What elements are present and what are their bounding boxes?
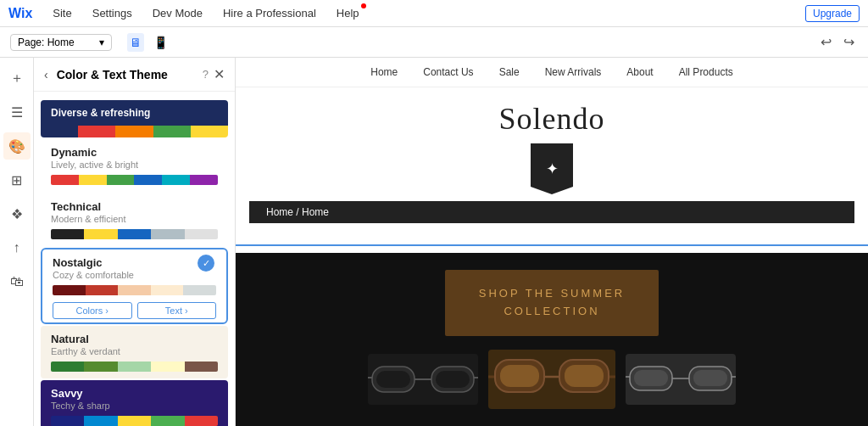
- sidebar-store-icon[interactable]: 🛍: [3, 268, 31, 295]
- panel-back-button[interactable]: ‹: [44, 68, 48, 81]
- theme-natural-desc: Earthy & verdant: [51, 346, 218, 356]
- nav-about[interactable]: About: [626, 66, 653, 78]
- upgrade-button[interactable]: Upgrade: [805, 5, 860, 22]
- svg-rect-6: [436, 371, 470, 388]
- color-swatch: [118, 362, 151, 372]
- color-swatch: [185, 362, 218, 372]
- theme-item-diverse[interactable]: Diverse & refreshing: [41, 100, 228, 137]
- page-selector[interactable]: Page: Home ▾: [10, 34, 112, 51]
- breadcrumb-text: Home / Home: [266, 206, 329, 218]
- top-menu-bar: Wix Site Settings Dev Mode Hire a Profes…: [0, 0, 868, 27]
- color-swatch: [153, 126, 191, 137]
- theme-savvy-desc: Techy & sharp: [51, 401, 218, 411]
- color-swatch: [118, 285, 151, 295]
- menu-hire[interactable]: Hire a Professional: [220, 5, 320, 21]
- redo-button[interactable]: ↪: [840, 32, 858, 52]
- color-swatch: [41, 126, 78, 137]
- selected-check-badge: ✓: [198, 255, 214, 272]
- theme-item-savvy[interactable]: Savvy Techy & sharp: [41, 380, 228, 426]
- sidebar-media-icon[interactable]: ↑: [3, 234, 31, 261]
- panel-header: ‹ Color & Text Theme ? ✕: [34, 58, 235, 92]
- theme-item-technical[interactable]: Technical Modern & efficient: [41, 193, 228, 246]
- svg-rect-12: [500, 365, 539, 387]
- help-notification-dot: [361, 3, 366, 8]
- theme-nostalgic-desc: Cozy & comfortable: [53, 270, 216, 280]
- color-swatch: [115, 126, 153, 137]
- colors-action-button[interactable]: Colors ›: [53, 302, 132, 319]
- color-swatch: [151, 229, 184, 239]
- website-preview: Home Contact Us Sale New Arrivals About …: [236, 58, 868, 426]
- left-sidebar: ＋ ☰ 🎨 ⊞ ❖ ↑ 🛍: [0, 58, 34, 426]
- color-swatch: [51, 229, 84, 239]
- sunglasses-row: [368, 350, 736, 409]
- text-action-button[interactable]: Text ›: [137, 302, 217, 319]
- nav-new-arrivals[interactable]: New Arrivals: [545, 66, 602, 78]
- color-swatch: [190, 175, 218, 185]
- color-swatch: [134, 175, 162, 185]
- wix-logo: Wix: [8, 6, 32, 21]
- color-swatch: [183, 285, 216, 295]
- theme-item-dynamic[interactable]: Dynamic Lively, active & bright: [41, 139, 228, 192]
- collection-banner: SHOP THE SUMMER COLLECTION: [445, 270, 659, 336]
- banner-line2: COLLECTION: [504, 305, 599, 317]
- panel-title: Color & Text Theme: [57, 68, 198, 81]
- color-swatch: [151, 285, 184, 295]
- sunglasses-silver: [626, 354, 736, 405]
- menu-devmode[interactable]: Dev Mode: [149, 5, 206, 21]
- color-swatch: [118, 416, 151, 426]
- breadcrumb-bar: Home / Home: [249, 201, 854, 223]
- color-swatch: [84, 362, 117, 372]
- sidebar-components-icon[interactable]: ❖: [3, 200, 31, 227]
- site-badge: ✦: [531, 143, 573, 194]
- page-selector-label: Page: Home: [18, 36, 75, 48]
- menu-site[interactable]: Site: [49, 5, 75, 21]
- section-divider: [236, 244, 868, 246]
- theme-nostalgic-name: Nostalgic: [53, 256, 216, 269]
- color-swatch: [185, 229, 218, 239]
- sidebar-layers-icon[interactable]: ☰: [3, 98, 31, 126]
- color-swatch: [79, 175, 107, 185]
- color-swatch: [162, 175, 190, 185]
- device-icons: 🖥 📱: [127, 33, 170, 52]
- theme-item-nostalgic[interactable]: ✓ Nostalgic Cozy & comfortable Colors › …: [41, 248, 228, 324]
- svg-rect-5: [376, 371, 410, 388]
- main-area: ＋ ☰ 🎨 ⊞ ❖ ↑ 🛍 ‹ Color & Text Theme ? ✕ D…: [0, 58, 868, 426]
- menu-settings[interactable]: Settings: [89, 5, 136, 21]
- nav-contact[interactable]: Contact Us: [423, 66, 473, 78]
- panel-close-button[interactable]: ✕: [214, 66, 225, 82]
- sidebar-theme-icon[interactable]: 🎨: [3, 132, 31, 160]
- sunglasses-dark: [368, 354, 478, 405]
- svg-rect-13: [565, 365, 604, 387]
- dark-section: SHOP THE SUMMER COLLECTION: [236, 253, 868, 426]
- theme-item-natural[interactable]: Natural Earthy & verdant: [41, 326, 228, 378]
- second-toolbar: Page: Home ▾ 🖥 📱 ↩ ↪: [0, 27, 868, 58]
- theme-dynamic-name: Dynamic: [51, 146, 218, 159]
- color-text-panel: ‹ Color & Text Theme ? ✕ Diverse & refre…: [34, 58, 236, 426]
- color-swatch: [185, 416, 218, 426]
- badge-icon: ✦: [546, 160, 559, 178]
- nav-sale[interactable]: Sale: [499, 66, 520, 78]
- color-swatch: [86, 285, 119, 295]
- panel-theme-list: Diverse & refreshing Dynamic Lively, act…: [34, 92, 235, 426]
- color-swatch: [151, 416, 184, 426]
- chevron-down-icon: ▾: [99, 36, 104, 48]
- menu-help[interactable]: Help: [333, 5, 363, 21]
- color-swatch: [84, 229, 117, 239]
- desktop-icon[interactable]: 🖥: [127, 33, 144, 52]
- theme-natural-name: Natural: [51, 333, 218, 345]
- undo-button[interactable]: ↩: [817, 32, 835, 52]
- theme-technical-name: Technical: [51, 200, 218, 213]
- banner-line1: SHOP THE SUMMER: [479, 287, 625, 300]
- sidebar-apps-icon[interactable]: ⊞: [3, 166, 31, 193]
- sunglasses-brown: [488, 350, 615, 409]
- mobile-icon[interactable]: 📱: [151, 33, 170, 52]
- theme-actions: Colors › Text ›: [53, 302, 216, 319]
- site-hero: Solendo ✦ Home / Home: [236, 87, 868, 237]
- svg-rect-19: [634, 370, 668, 386]
- theme-savvy-name: Savvy: [51, 387, 218, 400]
- undo-redo-group: ↩ ↪: [817, 32, 858, 52]
- nav-all-products[interactable]: All Products: [679, 66, 733, 78]
- sidebar-add-icon[interactable]: ＋: [3, 64, 31, 92]
- panel-help-button[interactable]: ?: [203, 68, 209, 81]
- nav-home[interactable]: Home: [370, 66, 398, 78]
